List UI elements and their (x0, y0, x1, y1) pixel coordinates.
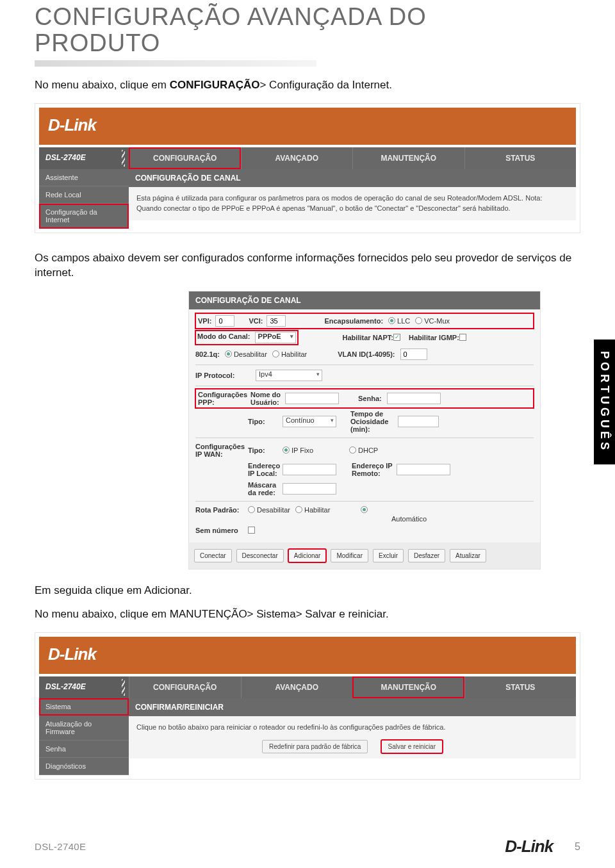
dlink-logo-3: D-Link (48, 644, 96, 664)
button-row: Conectar Desconectar Adicionar Modificar… (189, 543, 540, 569)
top-tabs-row-3: DSL-2740E CONFIGURAÇÃO AVANÇADO MANUTENÇ… (39, 676, 576, 698)
unnum-label: Sem número (195, 527, 248, 534)
sidebar-3: Sistema Atualização do Firmware Senha Di… (39, 698, 129, 775)
intro-text-1: No menu abaixo, clique em CONFIGURAÇÃO> … (35, 78, 580, 93)
btn-desconectar[interactable]: Desconectar (236, 549, 284, 562)
btn-adicionar[interactable]: Adicionar (288, 549, 327, 562)
sidebar-item-senha[interactable]: Senha (39, 741, 129, 758)
wan-type-ipfixo-radio[interactable] (283, 446, 290, 454)
tab-configuracao[interactable]: CONFIGURAÇÃO (129, 147, 241, 169)
btn-desfazer[interactable]: Desfazer (408, 549, 445, 562)
ppp-user-label: Nome do Usuário: (250, 391, 285, 406)
wan-type-dhcp-radio[interactable] (349, 446, 356, 454)
vpi-input[interactable] (215, 315, 234, 327)
mode-label: Modo do Canal: PPPoE (195, 331, 298, 345)
tab3-avancado[interactable]: AVANÇADO (241, 676, 353, 698)
model-cell-3: DSL-2740E (39, 676, 129, 698)
wan-mask-input[interactable] (283, 483, 336, 495)
vpi-label: VPI: (198, 317, 211, 325)
defroute-auto-radio[interactable] (361, 506, 368, 513)
sidebar-item-firmware[interactable]: Atualização do Firmware (39, 716, 129, 741)
sidebar-item-config-internet[interactable]: Configuração da Internet (39, 204, 129, 229)
brand-bar: D-Link (39, 108, 576, 145)
defroute-disable-radio[interactable] (248, 506, 255, 513)
mode-select[interactable]: PPPoE (255, 332, 296, 343)
footer-logo: D-Link (505, 837, 553, 856)
ppp-user-input[interactable] (285, 393, 339, 404)
encap-llc-radio[interactable] (388, 317, 395, 324)
sidebar-item-rede-local[interactable]: Rede Local (39, 186, 129, 204)
title-rule (35, 60, 316, 67)
tab-manutencao[interactable]: MANUTENÇÃO (352, 147, 464, 169)
dot1q-enable-radio[interactable] (272, 350, 279, 357)
intro-text-4: No menu abaixo, clique em MANUTENÇÃO> Si… (35, 607, 580, 622)
btn-salvar-reiniciar[interactable]: Salvar e reiniciar (381, 740, 443, 753)
ipproto-select[interactable]: Ipv4 (256, 370, 322, 381)
btn-modificar[interactable]: Modificar (331, 549, 368, 562)
language-sidebar-tab: PORTUGUÊS (594, 340, 615, 464)
footer-page-number: 5 (575, 841, 580, 853)
title-line-2: PRODUTO (35, 29, 160, 56)
idle-label: Tempo de Ociosidade (min): (350, 410, 398, 433)
sidebar-item-assistente[interactable]: Assistente (39, 169, 129, 186)
btn-conectar[interactable]: Conectar (194, 549, 232, 562)
section-header: CONFIGURAÇÃO DE CANAL (129, 169, 576, 187)
idle-input[interactable] (398, 416, 439, 427)
napt-checkbox[interactable] (393, 334, 400, 341)
screenshot-1: D-Link DSL-2740E CONFIGURAÇÃO AVANÇADO M… (35, 103, 580, 233)
tab-avancado[interactable]: AVANÇADO (241, 147, 353, 169)
defroute-label: Rota Padrão: (195, 506, 248, 514)
sidebar-item-diagnosticos[interactable]: Diagnósticos (39, 758, 129, 775)
unnum-checkbox[interactable] (248, 527, 255, 534)
btn-redefinir[interactable]: Redefinir para padrão de fábrica (262, 740, 368, 753)
vlan-input[interactable] (400, 348, 427, 360)
sidebar: Assistente Rede Local Configuração da In… (39, 169, 129, 229)
intro-text-3: Em seguida clique em Adicionar. (35, 584, 580, 598)
dlink-logo: D-Link (48, 115, 96, 135)
btn-excluir[interactable]: Excluir (373, 549, 404, 562)
model-cell: DSL-2740E (39, 147, 129, 169)
wan-mask-label: Máscara da rede: (248, 481, 283, 496)
page-title: CONFIGURAÇÃO AVANÇADA DO PRODUTO (35, 4, 580, 56)
ppp-group-label: Configurações PPP: (198, 391, 250, 406)
tab3-configuracao[interactable]: CONFIGURAÇÃO (129, 676, 241, 698)
ipproto-label: IP Protocol: (195, 372, 256, 379)
encap-label: Encapsulamento: (324, 317, 383, 325)
ppp-pass-label: Senha: (358, 395, 382, 402)
top-tabs-row: DSL-2740E CONFIGURAÇÃO AVANÇADO MANUTENÇ… (39, 147, 576, 169)
tab-status[interactable]: STATUS (464, 147, 577, 169)
btn-atualizar[interactable]: Atualizar (450, 549, 486, 562)
ppp-pass-input[interactable] (387, 393, 441, 404)
wan-group-label: Configurações IP WAN: (195, 443, 248, 458)
footer-model: DSL-2740E (35, 841, 86, 852)
tab3-status[interactable]: STATUS (464, 676, 577, 698)
wan-local-input[interactable] (283, 464, 336, 475)
screenshot-3: D-Link DSL-2740E CONFIGURAÇÃO AVANÇADO M… (35, 632, 580, 780)
section3-header: CONFIRMAR/REINICIAR (129, 698, 576, 716)
intro-text-2: Os campos abaixo devem ser configurados … (35, 251, 580, 281)
section-body: Esta página é utilizada para configurar … (129, 187, 576, 220)
tab3-manutencao[interactable]: MANUTENÇÃO (352, 676, 464, 698)
section3-body: Clique no botão abaixo para reiniciar o … (129, 716, 576, 758)
ppp-type-select[interactable]: Contínuo (283, 416, 336, 427)
sidebar-item-sistema[interactable]: Sistema (39, 698, 129, 716)
title-line-1: CONFIGURAÇÃO AVANÇADA DO (35, 3, 427, 30)
vci-label: VCI: (249, 317, 263, 325)
defroute-enable-radio[interactable] (295, 506, 302, 513)
page-footer: DSL-2740E D-Link 5 (35, 837, 580, 856)
dot1q-label: 802.1q: (195, 350, 220, 358)
wan-remote-label: Endereço IP Remoto: (352, 462, 397, 477)
igmp-checkbox[interactable] (459, 334, 466, 341)
encap-vcmux-radio[interactable] (415, 317, 422, 324)
igmp-label: Habilitar IGMP: (409, 334, 459, 341)
vci-input[interactable] (266, 315, 286, 327)
wan-local-label: Endereço IP Local: (248, 462, 283, 477)
screenshot-2: CONFIGURAÇÃO DE CANAL VPI: VCI: Encapsul… (188, 291, 541, 569)
wan-type-label: Tipo: (248, 446, 283, 454)
panel-header: CONFIGURAÇÃO DE CANAL (189, 291, 540, 309)
wan-remote-input[interactable] (397, 464, 450, 475)
napt-label: Habilitar NAPT: (343, 334, 393, 341)
brand-bar-3: D-Link (39, 637, 576, 674)
dot1q-disable-radio[interactable] (225, 350, 232, 357)
vlan-label: VLAN ID(1-4095): (338, 350, 395, 358)
